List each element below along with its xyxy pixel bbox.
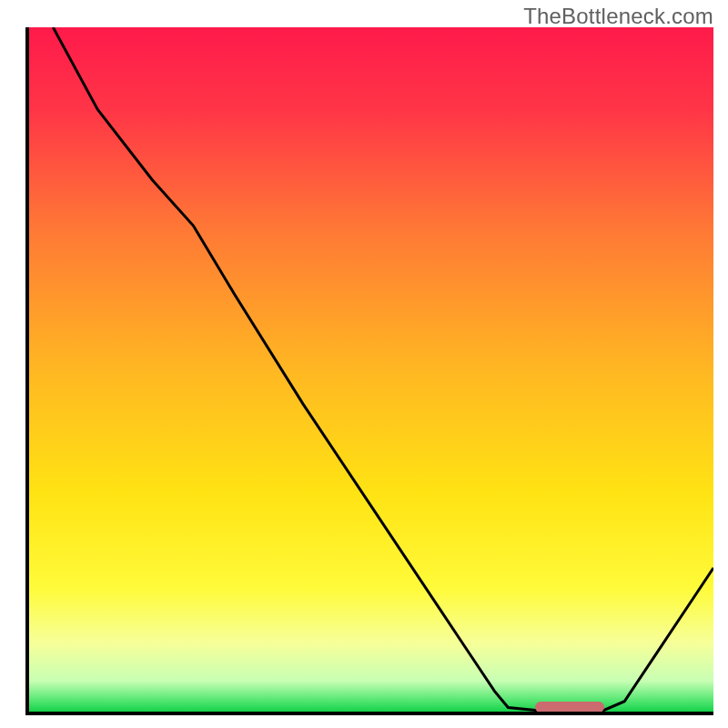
chart-container: TheBottleneck.com (0, 0, 728, 728)
gradient-rect (29, 27, 713, 712)
plot-area (25, 27, 713, 715)
optimal-range-marker (535, 702, 603, 713)
chart-svg (29, 27, 713, 712)
attribution-label: TheBottleneck.com (523, 4, 713, 29)
